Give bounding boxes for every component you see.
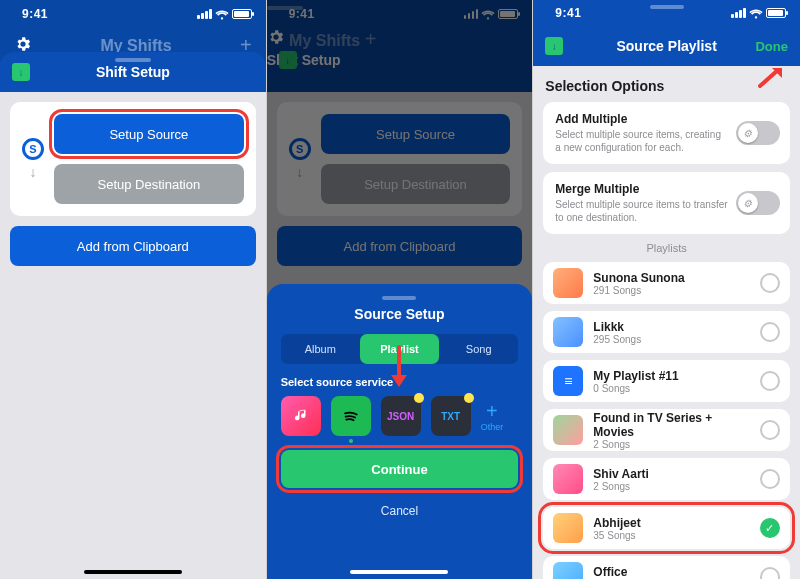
- tab-playlist[interactable]: Playlist: [360, 334, 439, 364]
- select-service-label: Select source service: [281, 376, 519, 388]
- add-from-clipboard-button[interactable]: Add from Clipboard: [10, 226, 256, 266]
- cellular-icon: [197, 9, 212, 19]
- drag-handle[interactable]: [650, 5, 684, 9]
- setup-source-button[interactable]: Setup Source: [54, 114, 244, 154]
- battery-icon: [766, 8, 786, 18]
- sheet-header: ↓ Shift Setup: [0, 52, 266, 92]
- sheet-title: Shift Setup: [96, 64, 170, 80]
- plus-icon: +: [486, 401, 498, 421]
- source-bubble: S: [22, 138, 44, 160]
- home-indicator[interactable]: [84, 570, 182, 574]
- playlist-count: 35 Songs: [593, 530, 750, 541]
- playlist-art: [553, 317, 583, 347]
- playlist-name: Office: [593, 565, 750, 579]
- playlist-row[interactable]: Abhijeet35 Songs ✓: [543, 507, 790, 549]
- playlist-count: 2 Songs: [593, 481, 750, 492]
- wifi-icon: [215, 9, 229, 19]
- status-time: 9:41: [555, 6, 581, 20]
- tab-album[interactable]: Album: [281, 334, 360, 364]
- badge-icon: [414, 393, 424, 403]
- service-spotify[interactable]: [331, 396, 371, 436]
- select-radio[interactable]: [760, 567, 780, 579]
- select-radio[interactable]: [760, 273, 780, 293]
- playlist-row[interactable]: Office15 Songs: [543, 556, 790, 579]
- sheet-icon: ↓: [12, 63, 30, 81]
- wifi-icon: [749, 8, 763, 18]
- cancel-button[interactable]: Cancel: [281, 500, 519, 522]
- playlist-art: [553, 415, 583, 445]
- annotation-arrow-icon: [758, 66, 784, 88]
- status-bar: 9:41: [0, 0, 266, 28]
- playlist-art: [553, 513, 583, 543]
- playlist-name: My Playlist #11: [593, 369, 750, 383]
- playlist-count: 295 Songs: [593, 334, 750, 345]
- battery-icon: [232, 9, 252, 19]
- playlist-name: Shiv Aarti: [593, 467, 750, 481]
- service-apple-music[interactable]: [281, 396, 321, 436]
- setup-destination-button[interactable]: Setup Destination: [54, 164, 244, 204]
- drag-handle[interactable]: [115, 58, 151, 62]
- toggle-add-multiple[interactable]: ⚙: [736, 121, 780, 145]
- status-time: 9:41: [22, 7, 48, 21]
- select-radio[interactable]: ✓: [760, 518, 780, 538]
- type-segmented-control: Album Playlist Song: [281, 334, 519, 364]
- section-selection-options: Selection Options: [545, 78, 788, 94]
- page-title: Source Playlist: [616, 38, 716, 54]
- service-txt[interactable]: TXT: [431, 396, 471, 436]
- option-merge-multiple: Merge Multiple Select multiple source it…: [543, 172, 790, 234]
- section-playlists: Playlists: [543, 242, 790, 254]
- select-radio[interactable]: [760, 420, 780, 440]
- playlist-count: 0 Songs: [593, 383, 750, 394]
- option-subtitle: Select multiple source items to transfer…: [555, 198, 728, 224]
- option-subtitle: Select multiple source items, creating a…: [555, 128, 728, 154]
- playlist-art: [553, 562, 583, 579]
- select-radio[interactable]: [760, 469, 780, 489]
- playlist-row[interactable]: Likkk295 Songs: [543, 311, 790, 353]
- playlist-count: 2 Songs: [593, 439, 750, 450]
- playlist-art: ≡: [553, 366, 583, 396]
- gear-icon: ⚙: [738, 123, 758, 143]
- option-title: Merge Multiple: [555, 182, 728, 196]
- service-other[interactable]: +Other: [481, 401, 504, 432]
- playlist-name: Abhijeet: [593, 516, 750, 530]
- playlist-name: Found in TV Series + Movies: [593, 411, 750, 439]
- toggle-merge-multiple[interactable]: ⚙: [736, 191, 780, 215]
- sheet-icon: ↓: [545, 37, 563, 55]
- setup-card: S ↓ Setup Source Setup Destination: [10, 102, 256, 216]
- status-bar: 9:41: [533, 0, 800, 26]
- playlist-row[interactable]: Found in TV Series + Movies2 Songs: [543, 409, 790, 451]
- badge-icon: [464, 393, 474, 403]
- flow-arrow-icon: ↓: [30, 164, 37, 180]
- playlist-name: Likkk: [593, 320, 750, 334]
- tab-song[interactable]: Song: [439, 334, 518, 364]
- done-button[interactable]: Done: [755, 39, 788, 54]
- playlist-art: [553, 268, 583, 298]
- source-setup-sheet: Source Setup Album Playlist Song Select …: [267, 284, 533, 579]
- drag-handle[interactable]: [382, 296, 416, 300]
- playlist-count: 291 Songs: [593, 285, 750, 296]
- gear-icon: ⚙: [738, 193, 758, 213]
- home-indicator[interactable]: [350, 570, 448, 574]
- continue-button[interactable]: Continue: [281, 450, 519, 488]
- cellular-icon: [731, 8, 746, 18]
- option-add-multiple: Add Multiple Select multiple source item…: [543, 102, 790, 164]
- playlist-row[interactable]: Shiv Aarti2 Songs: [543, 458, 790, 500]
- playlist-name: Sunona Sunona: [593, 271, 750, 285]
- playlist-row[interactable]: ≡ My Playlist #110 Songs: [543, 360, 790, 402]
- playlist-row[interactable]: Sunona Sunona291 Songs: [543, 262, 790, 304]
- playlist-art: [553, 464, 583, 494]
- sheet-title: Source Setup: [281, 306, 519, 322]
- service-json[interactable]: JSON: [381, 396, 421, 436]
- select-radio[interactable]: [760, 322, 780, 342]
- option-title: Add Multiple: [555, 112, 728, 126]
- select-radio[interactable]: [760, 371, 780, 391]
